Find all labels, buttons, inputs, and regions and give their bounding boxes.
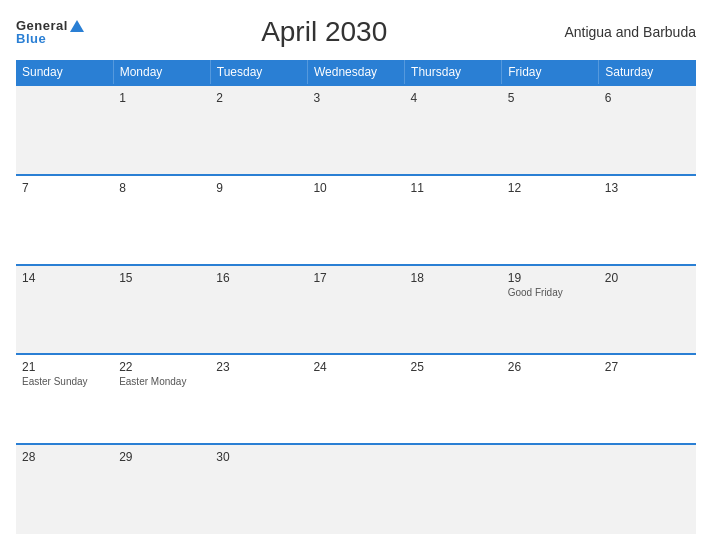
weekday-header-thursday: Thursday bbox=[405, 60, 502, 85]
holiday-label: Easter Sunday bbox=[22, 376, 107, 387]
weekday-header-wednesday: Wednesday bbox=[307, 60, 404, 85]
calendar-week-row: 282930 bbox=[16, 444, 696, 534]
calendar-cell: 15 bbox=[113, 265, 210, 355]
calendar-cell: 18 bbox=[405, 265, 502, 355]
header: General Blue April 2030 Antigua and Barb… bbox=[16, 16, 696, 48]
day-number: 28 bbox=[22, 450, 107, 464]
calendar-body: 12345678910111213141516171819Good Friday… bbox=[16, 85, 696, 534]
weekday-header-friday: Friday bbox=[502, 60, 599, 85]
holiday-label: Good Friday bbox=[508, 287, 593, 298]
day-number: 16 bbox=[216, 271, 301, 285]
calendar-cell: 8 bbox=[113, 175, 210, 265]
day-number: 21 bbox=[22, 360, 107, 374]
country-name: Antigua and Barbuda bbox=[564, 24, 696, 40]
calendar-cell: 4 bbox=[405, 85, 502, 175]
calendar-cell: 7 bbox=[16, 175, 113, 265]
day-number: 23 bbox=[216, 360, 301, 374]
weekday-header-sunday: Sunday bbox=[16, 60, 113, 85]
calendar-cell: 17 bbox=[307, 265, 404, 355]
calendar-cell bbox=[405, 444, 502, 534]
day-number: 14 bbox=[22, 271, 107, 285]
calendar-cell: 21Easter Sunday bbox=[16, 354, 113, 444]
calendar-cell: 10 bbox=[307, 175, 404, 265]
day-number: 2 bbox=[216, 91, 301, 105]
day-number: 24 bbox=[313, 360, 398, 374]
day-number: 27 bbox=[605, 360, 690, 374]
calendar-cell: 12 bbox=[502, 175, 599, 265]
weekday-header-saturday: Saturday bbox=[599, 60, 696, 85]
holiday-label: Easter Monday bbox=[119, 376, 204, 387]
calendar-cell: 29 bbox=[113, 444, 210, 534]
calendar-week-row: 21Easter Sunday22Easter Monday2324252627 bbox=[16, 354, 696, 444]
calendar-cell bbox=[16, 85, 113, 175]
day-number: 5 bbox=[508, 91, 593, 105]
day-number: 20 bbox=[605, 271, 690, 285]
calendar-cell bbox=[307, 444, 404, 534]
calendar-week-row: 123456 bbox=[16, 85, 696, 175]
day-number: 10 bbox=[313, 181, 398, 195]
calendar-cell: 14 bbox=[16, 265, 113, 355]
calendar-cell: 6 bbox=[599, 85, 696, 175]
weekday-header-tuesday: Tuesday bbox=[210, 60, 307, 85]
calendar-cell: 19Good Friday bbox=[502, 265, 599, 355]
day-number: 26 bbox=[508, 360, 593, 374]
calendar-cell: 22Easter Monday bbox=[113, 354, 210, 444]
logo-triangle-icon bbox=[70, 20, 84, 32]
day-number: 29 bbox=[119, 450, 204, 464]
calendar-cell: 2 bbox=[210, 85, 307, 175]
calendar-cell: 20 bbox=[599, 265, 696, 355]
calendar-cell: 27 bbox=[599, 354, 696, 444]
day-number: 11 bbox=[411, 181, 496, 195]
logo-blue-text: Blue bbox=[16, 32, 84, 45]
calendar-week-row: 78910111213 bbox=[16, 175, 696, 265]
day-number: 9 bbox=[216, 181, 301, 195]
calendar-cell: 30 bbox=[210, 444, 307, 534]
calendar-cell: 24 bbox=[307, 354, 404, 444]
calendar-cell bbox=[502, 444, 599, 534]
day-number: 6 bbox=[605, 91, 690, 105]
day-number: 25 bbox=[411, 360, 496, 374]
day-number: 4 bbox=[411, 91, 496, 105]
day-number: 12 bbox=[508, 181, 593, 195]
day-number: 15 bbox=[119, 271, 204, 285]
logo: General Blue bbox=[16, 19, 84, 45]
day-number: 30 bbox=[216, 450, 301, 464]
month-title: April 2030 bbox=[261, 16, 387, 48]
calendar-cell bbox=[599, 444, 696, 534]
calendar-cell: 5 bbox=[502, 85, 599, 175]
day-number: 7 bbox=[22, 181, 107, 195]
calendar-cell: 28 bbox=[16, 444, 113, 534]
calendar-week-row: 141516171819Good Friday20 bbox=[16, 265, 696, 355]
calendar-cell: 11 bbox=[405, 175, 502, 265]
calendar-cell: 1 bbox=[113, 85, 210, 175]
weekday-header-row: SundayMondayTuesdayWednesdayThursdayFrid… bbox=[16, 60, 696, 85]
calendar-cell: 9 bbox=[210, 175, 307, 265]
day-number: 8 bbox=[119, 181, 204, 195]
day-number: 1 bbox=[119, 91, 204, 105]
day-number: 18 bbox=[411, 271, 496, 285]
calendar-cell: 3 bbox=[307, 85, 404, 175]
day-number: 13 bbox=[605, 181, 690, 195]
calendar-cell: 25 bbox=[405, 354, 502, 444]
weekday-header-monday: Monday bbox=[113, 60, 210, 85]
day-number: 3 bbox=[313, 91, 398, 105]
calendar-cell: 13 bbox=[599, 175, 696, 265]
day-number: 22 bbox=[119, 360, 204, 374]
calendar: SundayMondayTuesdayWednesdayThursdayFrid… bbox=[16, 60, 696, 534]
calendar-cell: 16 bbox=[210, 265, 307, 355]
day-number: 17 bbox=[313, 271, 398, 285]
calendar-cell: 23 bbox=[210, 354, 307, 444]
day-number: 19 bbox=[508, 271, 593, 285]
calendar-cell: 26 bbox=[502, 354, 599, 444]
